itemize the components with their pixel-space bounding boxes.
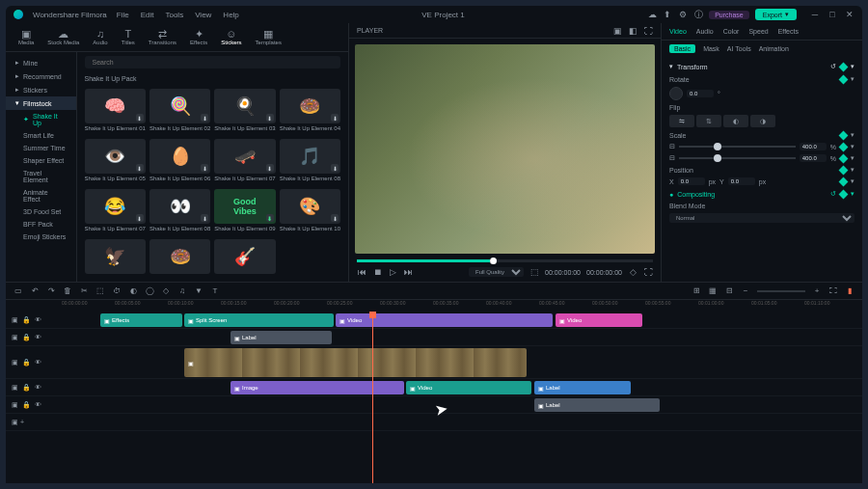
download-icon[interactable]: ⬇: [266, 214, 274, 222]
scale-slider-2[interactable]: [679, 157, 796, 159]
rotate-dial[interactable]: [669, 87, 683, 100]
scale-input[interactable]: [800, 143, 827, 150]
eye-icon[interactable]: 👁: [35, 401, 41, 408]
tab-media[interactable]: ▣Media: [12, 27, 41, 47]
flip-3-button[interactable]: ◐: [723, 115, 748, 127]
tool-crop[interactable]: ⬚: [95, 286, 105, 296]
clip-label[interactable]: ▣ Label: [231, 331, 332, 344]
tool-mix[interactable]: ⊞: [692, 286, 701, 296]
upload-icon[interactable]: ⬆: [663, 10, 672, 19]
pos-y-input[interactable]: [728, 177, 755, 185]
search-input[interactable]: [85, 56, 341, 68]
clip-main-video[interactable]: ▣: [184, 348, 527, 377]
clip-video3[interactable]: ▣ Video: [406, 381, 531, 394]
transform-header[interactable]: ▾ Transform↺ ▾: [669, 60, 854, 73]
download-icon[interactable]: ⬇: [136, 114, 144, 122]
prev-frame-icon[interactable]: ⏮: [357, 267, 366, 277]
grid-item[interactable]: 🍩: [149, 239, 210, 278]
menu-tools[interactable]: Tools: [165, 11, 183, 19]
keyframe-icon[interactable]: [839, 177, 849, 186]
export-button[interactable]: Export ▾: [755, 9, 797, 20]
scale-input-2[interactable]: [800, 154, 827, 162]
tool-select[interactable]: ▭: [14, 286, 23, 296]
tree-3d-food[interactable]: 3D Food Set: [6, 205, 76, 218]
download-icon[interactable]: ⬇: [201, 164, 208, 172]
eye-icon[interactable]: 👁: [35, 359, 41, 366]
download-icon[interactable]: ⬇: [201, 114, 208, 122]
flip-4-button[interactable]: ◑: [750, 115, 775, 127]
tool-key[interactable]: ◇: [161, 286, 171, 296]
zoom-slider[interactable]: [757, 290, 805, 292]
grid-item[interactable]: 👀⬇Shake It Up Element 08: [149, 189, 210, 235]
tree-summer-time[interactable]: Summer Time: [6, 142, 76, 154]
timeline-ruler[interactable]: 00:00:00:00 00:00:05:00 00:00:10:00 00:0…: [62, 300, 862, 312]
tool-delete[interactable]: 🗑: [63, 286, 72, 296]
eye-icon[interactable]: 👁: [35, 316, 41, 323]
download-icon[interactable]: ⬇: [331, 214, 339, 222]
compare-icon[interactable]: ◧: [628, 26, 637, 36]
mark-icon[interactable]: ◇: [628, 267, 637, 277]
clip-video[interactable]: ▣ Video: [336, 313, 553, 327]
menu-view[interactable]: View: [195, 11, 211, 19]
fullscreen-icon[interactable]: ⛶: [643, 267, 653, 277]
clip-label3[interactable]: ▣ Label: [534, 398, 660, 412]
menu-file[interactable]: File: [117, 11, 129, 19]
download-icon[interactable]: ⬇: [136, 214, 144, 222]
play-progress[interactable]: [357, 259, 653, 262]
tree-mine[interactable]: ▸Mine: [6, 56, 76, 69]
settings-icon[interactable]: ⚙: [678, 10, 688, 19]
lock-icon[interactable]: 🔒: [22, 316, 31, 324]
clip-effects[interactable]: ▣ Effects: [100, 313, 182, 327]
cloud-icon[interactable]: ☁: [647, 10, 657, 19]
keyframe-icon[interactable]: [839, 142, 849, 151]
tab-video[interactable]: Video: [669, 28, 687, 35]
subtab-basic[interactable]: Basic: [669, 44, 695, 53]
tab-templates[interactable]: ▦Templates: [249, 27, 288, 47]
tool-mark[interactable]: ▼: [194, 286, 203, 296]
tree-filmstock[interactable]: ▾Filmstock: [6, 96, 76, 110]
tool-redo[interactable]: ↷: [46, 286, 56, 296]
tool-audio[interactable]: ♫: [177, 286, 187, 296]
tool-undo[interactable]: ↶: [30, 286, 40, 296]
keyframe-icon[interactable]: [839, 165, 849, 175]
tree-recommend[interactable]: ▸Recommend: [6, 69, 76, 83]
flip-h-button[interactable]: ⇋: [669, 115, 694, 127]
tool-color[interactable]: ◐: [128, 286, 138, 296]
rotate-input[interactable]: [687, 90, 714, 97]
lock-icon[interactable]: 🔒: [22, 401, 31, 409]
expand-icon[interactable]: ⛶: [643, 26, 653, 36]
clip-split[interactable]: ▣ Split Screen: [184, 313, 334, 327]
grid-item[interactable]: 👁️⬇Shake It Up Element 05: [85, 139, 146, 185]
eye-icon[interactable]: 👁: [35, 334, 41, 340]
grid-item[interactable]: 🍭⬇Shake It Up Element 02: [149, 89, 210, 135]
compositing-header[interactable]: ● Compositing↺ ▾: [669, 187, 854, 201]
stop-icon[interactable]: ⏹: [372, 267, 382, 277]
tool-render[interactable]: ▦: [708, 286, 718, 296]
keyframe-icon[interactable]: [839, 130, 849, 140]
tool-mask[interactable]: ◯: [145, 286, 154, 296]
quality-select[interactable]: Full Quality: [469, 267, 524, 277]
tree-shake-it-up[interactable]: ✦Shake It Up: [6, 110, 76, 129]
bell-icon[interactable]: ⓘ: [693, 10, 703, 19]
pos-x-input[interactable]: [678, 177, 705, 185]
scale-slider[interactable]: [679, 146, 796, 148]
download-icon[interactable]: ⬇: [331, 164, 339, 172]
grid-item[interactable]: 🎵⬇Shake It Up Element 08: [280, 139, 340, 185]
clip-video2[interactable]: ▣ Video: [556, 313, 642, 327]
zoom-in[interactable]: +: [812, 286, 822, 296]
tree-smart-life[interactable]: Smart Life: [6, 129, 76, 142]
tool-split[interactable]: ✂: [79, 286, 89, 296]
tab-stickers[interactable]: ☺Stickers: [214, 27, 248, 47]
tool-fit[interactable]: ⛶: [828, 286, 838, 296]
download-icon[interactable]: ⬇: [266, 114, 274, 122]
tab-effects[interactable]: Effects: [778, 28, 799, 35]
purchase-button[interactable]: Purchase: [709, 11, 749, 19]
flip-v-button[interactable]: ⇅: [696, 115, 721, 127]
keyframe-icon[interactable]: [839, 62, 849, 71]
grid-item[interactable]: 😂⬇Shake It Up Element 07: [85, 189, 146, 235]
tool-text[interactable]: T: [210, 286, 220, 296]
tab-titles[interactable]: TTitles: [115, 27, 142, 47]
playhead[interactable]: [372, 312, 373, 483]
grid-item[interactable]: 🥚⬇Shake It Up Element 06: [149, 139, 210, 185]
next-frame-icon[interactable]: ⏭: [403, 267, 413, 277]
